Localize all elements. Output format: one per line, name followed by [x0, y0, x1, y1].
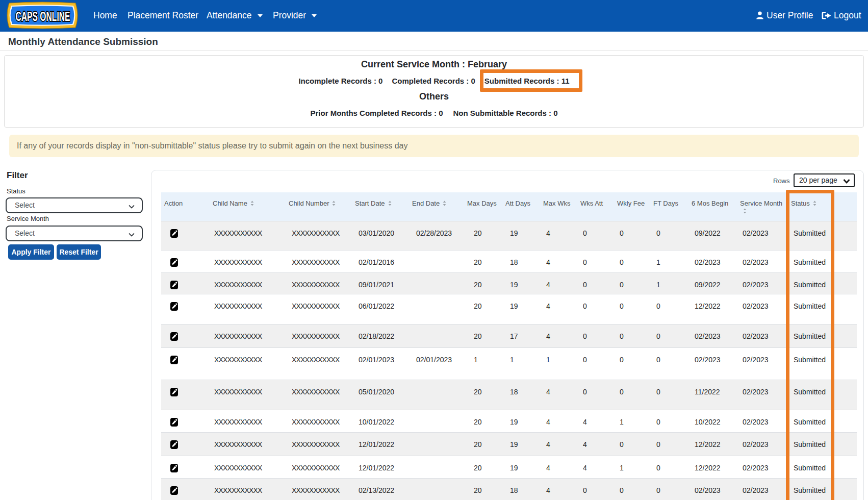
svg-text:CAPS ONLINE: CAPS ONLINE — [16, 9, 70, 24]
